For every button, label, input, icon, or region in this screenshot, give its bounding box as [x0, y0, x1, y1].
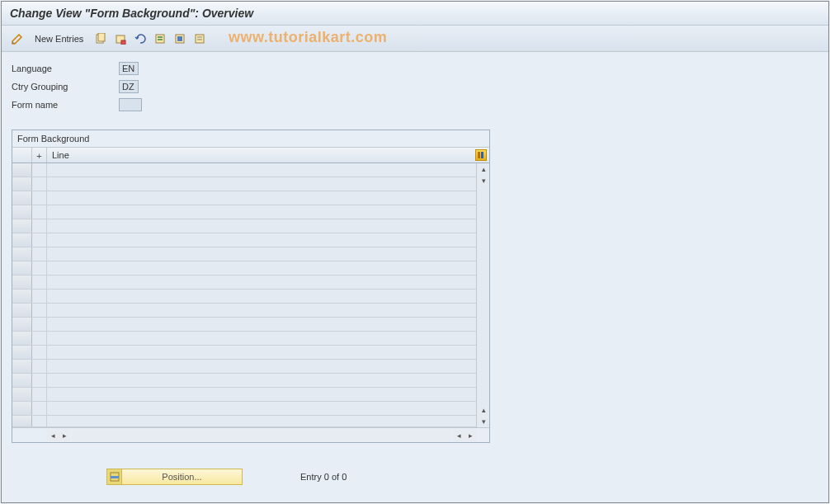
table-row[interactable]	[12, 163, 476, 177]
svg-rect-8	[177, 36, 182, 41]
svg-rect-6	[158, 39, 163, 40]
table-config-button[interactable]	[473, 148, 489, 163]
svg-rect-9	[196, 35, 204, 43]
scroll-right-icon[interactable]: ▸	[59, 430, 70, 441]
select-block-icon[interactable]	[172, 31, 187, 46]
scroll-up-icon[interactable]: ▴	[477, 163, 490, 175]
table-header-plus[interactable]: +	[32, 148, 47, 163]
table-title: Form Background	[12, 130, 489, 147]
table-header-line[interactable]: Line	[47, 150, 473, 160]
scroll-left-icon[interactable]: ◂	[453, 430, 465, 441]
language-input[interactable]	[119, 62, 139, 75]
table-row[interactable]	[12, 191, 476, 205]
bottom-bar: Position... Entry 0 of 0	[2, 466, 828, 488]
scroll-right-icon[interactable]: ▸	[465, 430, 476, 441]
ctry-grouping-input[interactable]	[119, 80, 139, 93]
position-button[interactable]: Position...	[106, 469, 243, 485]
ctry-grouping-label: Ctry Grouping	[12, 82, 119, 92]
form-name-label: Form name	[12, 100, 119, 110]
table-row[interactable]	[12, 374, 476, 388]
undo-icon[interactable]	[133, 31, 148, 46]
horizontal-scrollbar[interactable]: ◂ ▸ ◂ ▸	[12, 427, 489, 442]
entry-count: Entry 0 of 0	[300, 472, 347, 482]
config-icon	[475, 149, 487, 161]
table-container: Form Background + Line	[12, 130, 490, 443]
table-row[interactable]	[12, 247, 476, 261]
table-row[interactable]	[12, 388, 476, 402]
form-name-input[interactable]	[119, 98, 142, 111]
page-title: Change View "Form Background": Overview	[2, 2, 828, 26]
edit-icon[interactable]	[10, 31, 25, 46]
table-row[interactable]	[12, 205, 476, 219]
position-icon	[107, 469, 122, 484]
copy-icon[interactable]	[93, 31, 108, 46]
table-row[interactable]	[12, 332, 476, 346]
table-row[interactable]	[12, 304, 476, 318]
table-row[interactable]	[12, 416, 476, 427]
svg-rect-15	[111, 476, 119, 478]
table-row[interactable]	[12, 276, 476, 290]
toolbar: New Entries www.tutorialkart.com	[2, 26, 828, 52]
vertical-scrollbar[interactable]: ▴ ▾ ▴ ▾	[476, 163, 489, 427]
table-row[interactable]	[12, 346, 476, 360]
scroll-down-icon[interactable]: ▾	[477, 416, 490, 427]
scroll-up-icon[interactable]: ▴	[477, 404, 490, 416]
table-rows	[12, 163, 476, 427]
table-row[interactable]	[12, 290, 476, 304]
svg-rect-5	[158, 36, 163, 38]
table-row[interactable]	[12, 219, 476, 233]
svg-rect-1	[98, 33, 105, 41]
delete-icon[interactable]	[113, 31, 128, 46]
table-row[interactable]	[12, 318, 476, 332]
watermark-text: www.tutorialkart.com	[229, 29, 387, 46]
table-row[interactable]	[12, 177, 476, 191]
position-label: Position...	[122, 472, 242, 482]
svg-rect-12	[478, 152, 480, 158]
scroll-down-icon[interactable]: ▾	[477, 175, 490, 186]
table-header-selector[interactable]	[12, 148, 32, 163]
table-header: + Line	[12, 147, 489, 163]
header-fields: Language Ctry Grouping Form name	[2, 52, 828, 123]
svg-rect-13	[481, 152, 483, 158]
table-row[interactable]	[12, 360, 476, 374]
svg-rect-3	[121, 40, 125, 45]
table-row[interactable]	[12, 402, 476, 416]
new-entries-button[interactable]: New Entries	[30, 32, 88, 45]
table-row[interactable]	[12, 261, 476, 276]
table-row[interactable]	[12, 233, 476, 247]
select-all-icon[interactable]	[153, 31, 167, 46]
deselect-all-icon[interactable]	[192, 31, 207, 46]
language-label: Language	[12, 64, 119, 73]
scroll-left-icon[interactable]: ◂	[47, 430, 59, 441]
